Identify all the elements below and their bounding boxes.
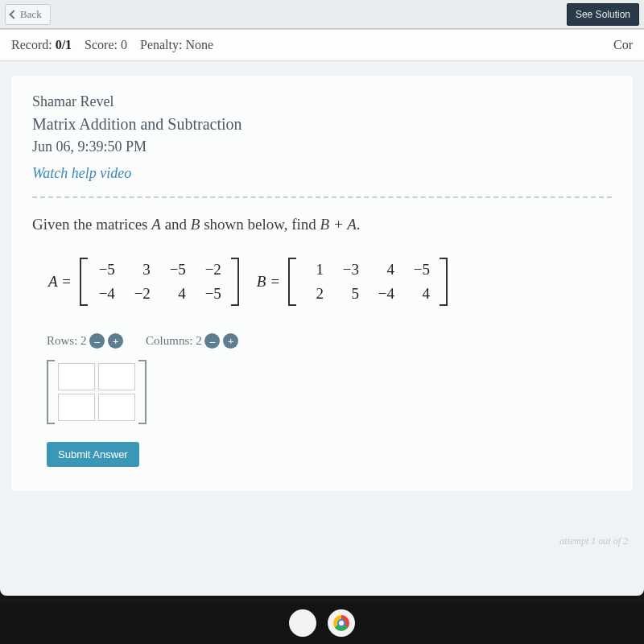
rows-value: 2 bbox=[80, 334, 87, 347]
matrix-a-cell: −5 bbox=[168, 261, 186, 279]
answer-cell-1-1[interactable] bbox=[98, 394, 135, 421]
penalty-value: None bbox=[185, 38, 213, 52]
question-var-a: A bbox=[151, 216, 161, 233]
rows-decrement-button[interactable]: – bbox=[89, 333, 105, 349]
matrix-a-cell: −4 bbox=[97, 285, 115, 303]
taskbar-chrome-icon[interactable] bbox=[328, 609, 355, 637]
matrix-a: −5 3 −5 −2 −4 −2 4 −5 bbox=[94, 258, 225, 306]
matrix-a-cell: −2 bbox=[133, 285, 151, 303]
matrix-b-cell: 2 bbox=[306, 285, 324, 303]
matrix-a-label: A = bbox=[48, 273, 72, 291]
cols-control: Columns: 2 – + bbox=[146, 333, 238, 349]
bracket-icon bbox=[440, 258, 448, 306]
matrix-a-cell: −2 bbox=[204, 261, 221, 279]
penalty-label: Penalty: bbox=[140, 38, 182, 52]
rows-label: Rows: bbox=[47, 334, 77, 347]
matrix-b-cell: −5 bbox=[412, 261, 430, 279]
bracket-icon bbox=[138, 360, 147, 424]
back-label: Back bbox=[20, 8, 42, 21]
submit-answer-button[interactable]: Submit Answer bbox=[47, 442, 139, 467]
taskbar-app-icon[interactable] bbox=[289, 609, 316, 637]
see-solution-button[interactable]: See Solution bbox=[567, 3, 639, 26]
cols-label: Columns: bbox=[146, 334, 192, 347]
answer-cell-0-1[interactable] bbox=[98, 363, 135, 390]
student-name: Shamar Revel bbox=[32, 93, 612, 110]
bracket-icon bbox=[231, 258, 239, 306]
matrix-b: 1 −3 4 −5 2 5 −4 4 bbox=[303, 258, 433, 306]
watch-help-link[interactable]: Watch help video bbox=[32, 165, 612, 182]
matrix-b-cell: 4 bbox=[377, 261, 394, 279]
divider bbox=[32, 196, 612, 198]
record-value: 0/1 bbox=[56, 38, 72, 52]
chrome-icon bbox=[333, 615, 349, 631]
question-expression: B + A bbox=[320, 216, 357, 233]
score-label: Score: bbox=[85, 38, 118, 52]
answer-matrix bbox=[47, 360, 612, 424]
topic-title: Matrix Addition and Subtraction bbox=[32, 115, 612, 134]
answer-cell-1-0[interactable] bbox=[58, 394, 95, 421]
matrix-a-cell: −5 bbox=[97, 261, 115, 279]
record-bar-right-partial: Cor bbox=[613, 38, 633, 52]
cols-increment-button[interactable]: + bbox=[223, 333, 238, 349]
record-bar: Record: 0/1 Score: 0 Penalty: None Cor bbox=[0, 29, 644, 61]
bracket-icon bbox=[288, 258, 296, 306]
matrix-b-label: B = bbox=[257, 273, 280, 291]
question-mid1: and bbox=[161, 216, 191, 233]
chevron-left-icon bbox=[9, 10, 18, 19]
cols-decrement-button[interactable]: – bbox=[204, 333, 220, 349]
matrix-b-cell: −3 bbox=[341, 261, 359, 279]
cols-value: 2 bbox=[196, 334, 202, 347]
top-toolbar: Back See Solution bbox=[0, 0, 644, 29]
back-button[interactable]: Back bbox=[5, 4, 51, 25]
rows-increment-button[interactable]: + bbox=[108, 333, 123, 349]
question-suffix: . bbox=[357, 216, 361, 233]
score-value: 0 bbox=[121, 38, 127, 52]
bracket-icon bbox=[47, 360, 55, 424]
question-var-b: B bbox=[191, 216, 200, 233]
timestamp: Jun 06, 9:39:50 PM bbox=[32, 138, 612, 155]
answer-grid bbox=[55, 360, 138, 424]
question-text: Given the matrices A and B shown below, … bbox=[32, 216, 612, 233]
matrix-a-cell: 3 bbox=[133, 261, 151, 279]
question-prefix: Given the matrices bbox=[32, 216, 151, 233]
problem-content: Shamar Revel Matrix Addition and Subtrac… bbox=[11, 76, 633, 491]
question-mid2: shown below, find bbox=[200, 216, 320, 233]
bracket-icon bbox=[80, 258, 88, 306]
rows-control: Rows: 2 – + bbox=[47, 333, 123, 349]
matrix-b-cell: 1 bbox=[306, 261, 324, 279]
attempt-counter: attempt 1 out of 2 bbox=[559, 535, 628, 547]
matrices-row: A = −5 3 −5 −2 −4 −2 4 −5 B = 1 −3 4 −5 … bbox=[45, 258, 612, 306]
answer-cell-0-0[interactable] bbox=[58, 363, 95, 390]
matrix-a-cell: 4 bbox=[168, 285, 186, 303]
matrix-b-cell: 4 bbox=[412, 285, 430, 303]
matrix-b-cell: 5 bbox=[341, 285, 359, 303]
matrix-a-cell: −5 bbox=[204, 285, 221, 303]
os-taskbar bbox=[0, 602, 644, 644]
matrix-b-cell: −4 bbox=[377, 285, 394, 303]
record-label: Record: bbox=[11, 38, 52, 52]
matrix-size-controls: Rows: 2 – + Columns: 2 – + bbox=[47, 333, 612, 349]
record-bar-left: Record: 0/1 Score: 0 Penalty: None bbox=[11, 38, 213, 52]
